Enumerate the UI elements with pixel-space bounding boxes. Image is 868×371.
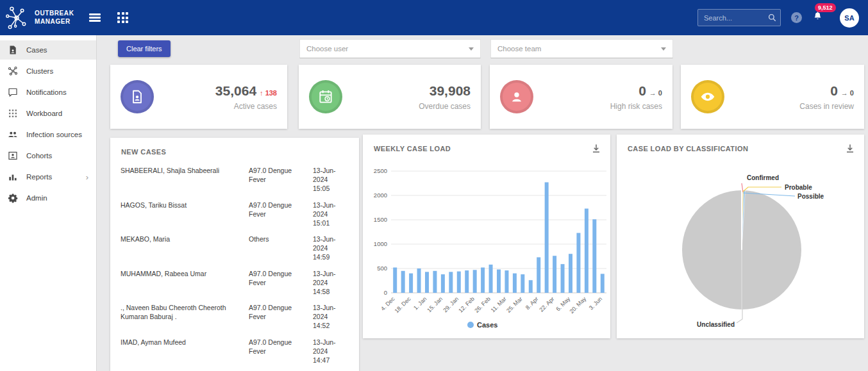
bar-27. May[interactable] (592, 219, 596, 293)
bar-25. Dec[interactable] (417, 268, 421, 293)
new-cases-title: NEW CASES (121, 148, 166, 156)
bar-26. Feb[interactable] (489, 265, 493, 293)
bar-19. Feb[interactable] (481, 267, 485, 293)
bar-20. May[interactable] (585, 209, 588, 293)
workboard-icon (8, 108, 18, 119)
brand[interactable]: OUTBREAK MANAGER (0, 5, 74, 31)
pie-label-leader (737, 309, 742, 323)
help-icon[interactable]: ? (791, 12, 802, 23)
y-axis-tick-label: 1500 (374, 216, 387, 223)
x-axis-tick-label: 22. Apr (538, 295, 555, 313)
classification-panel: ConfirmedProbablePossibleUnclassified CA… (617, 135, 864, 338)
bar-29. Jan[interactable] (457, 272, 461, 293)
pie-label-unclassified[interactable]: Unclassified (697, 321, 735, 328)
sidebar-item-reports[interactable]: Reports› (0, 167, 96, 186)
bar-1. Jan[interactable] (425, 272, 429, 293)
pie-label-confirmed[interactable]: Confirmed (747, 174, 779, 181)
case-diagnosis: A97.0 Dengue Fever (249, 338, 308, 365)
outbreak-network-logo-icon (5, 5, 29, 31)
x-axis-tick-label: 20. May (569, 295, 588, 315)
pie-label-possible[interactable]: Possible (797, 193, 824, 200)
choose-team-dropdown[interactable]: Choose team (490, 39, 673, 58)
download-chart-icon[interactable] (844, 142, 856, 155)
bar-25. Mar[interactable] (521, 274, 524, 293)
new-case-row[interactable]: MEKABO, MariaOthers13-Jun-202414:59 (121, 235, 349, 262)
sidebar-item-clusters[interactable]: Clusters (0, 62, 96, 81)
classification-pie-chart: ConfirmedProbablePossibleUnclassified (617, 135, 864, 338)
sidebar-item-label: Admin (26, 194, 47, 202)
choose-user-dropdown[interactable]: Choose user (299, 39, 481, 58)
bar-11. Dec[interactable] (401, 271, 405, 293)
bell-icon (812, 11, 823, 22)
bar-4. Mar[interactable] (497, 270, 501, 293)
sidebar-item-label: Cohorts (26, 152, 52, 160)
bar-8. Apr[interactable] (537, 258, 540, 293)
sidebar-item-cases[interactable]: Cases (0, 40, 96, 60)
sidebar-item-label: Workboard (26, 110, 62, 117)
bar-22. Jan[interactable] (449, 272, 453, 293)
notification-count-badge: 9,512 (815, 3, 836, 12)
x-axis-tick-label: 25. Mar (505, 295, 524, 314)
menu-toggle-icon[interactable] (89, 12, 101, 24)
stat-card-high-risk-cases[interactable]: 0→ 0High risk cases (490, 65, 672, 129)
x-axis-tick-label: 3. Jun (588, 295, 603, 311)
legend-cases[interactable]: Cases (467, 321, 497, 329)
apps-grid-icon[interactable] (117, 12, 128, 23)
search-icon (767, 13, 777, 22)
new-case-row[interactable]: IMAD, Ayman MufeedA97.0 Dengue Fever13-J… (121, 338, 349, 365)
x-axis-tick-label: 26. Feb (473, 295, 492, 314)
bar-13. May[interactable] (576, 233, 580, 293)
bar-6. May[interactable] (569, 254, 572, 293)
new-case-row[interactable]: ., Naveen Babu Cheeroth Cheeroth Kumaran… (121, 303, 349, 331)
sidebar-item-label: Clusters (26, 67, 53, 75)
reports-icon (8, 172, 18, 182)
download-chart-icon[interactable] (590, 142, 603, 155)
bar-22. Apr[interactable] (553, 256, 556, 293)
bar-4. Dec[interactable] (393, 267, 397, 293)
clear-filters-button[interactable]: Clear filters (118, 40, 171, 57)
stat-card-active-cases[interactable]: 35,064↑ 138Active cases (110, 65, 287, 129)
bar-3. Jun[interactable] (601, 274, 605, 293)
new-case-row[interactable]: MUHAMMAD, Rabeea UmarA97.0 Dengue Fever1… (121, 269, 349, 297)
new-case-row[interactable]: SHABEERALI, Shajla ShabeeraliA97.0 Dengu… (121, 166, 349, 194)
bar-11. Mar[interactable] (505, 270, 508, 293)
legend-dot-icon (467, 322, 474, 328)
case-diagnosis: A97.0 Dengue Fever (249, 201, 308, 228)
sidebar-item-workboard[interactable]: Workboard (0, 104, 96, 123)
weekly-case-load-panel: 050010001500200025004. Dec18. Dec1. Jan1… (363, 135, 610, 338)
bar-15. Apr[interactable] (545, 182, 549, 293)
sidebar-item-infection-sources[interactable]: Infection sources (0, 125, 96, 144)
case-patient-name: MUHAMMAD, Rabeea Umar (121, 269, 244, 297)
pie-label-probable[interactable]: Probable (785, 184, 812, 191)
bar-18. Mar[interactable] (513, 274, 517, 293)
infection-sources-icon (8, 129, 18, 140)
y-axis-tick-label: 2500 (374, 167, 387, 174)
cases-icon (8, 45, 18, 55)
stat-label: Active cases (215, 102, 277, 111)
bar-8. Jan[interactable] (433, 271, 437, 293)
calendar-clock-icon (309, 80, 342, 113)
stat-card-overdue-cases[interactable]: 39,908Overdue cases (299, 65, 481, 129)
sidebar-item-notifications[interactable]: Notifications (0, 83, 96, 102)
app-title: OUTBREAK MANAGER (35, 10, 74, 26)
stat-text: 35,064↑ 138Active cases (215, 83, 277, 111)
bar-15. Jan[interactable] (441, 274, 445, 293)
bar-18. Dec[interactable] (409, 274, 413, 293)
case-diagnosis: A97.0 Dengue Fever (249, 303, 308, 331)
chevron-down-icon (661, 47, 666, 51)
stat-card-cases-in-review[interactable]: 0→ 0Cases in review (681, 65, 864, 129)
bar-29. Apr[interactable] (561, 264, 565, 293)
y-axis-tick-label: 2000 (374, 192, 387, 199)
new-case-row[interactable]: HAGOS, Tariku BissatA97.0 Dengue Fever13… (121, 201, 349, 228)
stat-value: 0 (638, 83, 646, 99)
stat-label: Overdue cases (419, 102, 471, 111)
legend-label: Cases (477, 321, 497, 329)
notifications-bell[interactable]: 9,512 (812, 11, 823, 24)
classification-title: CASE LOAD BY CLASSIFICATION (628, 145, 748, 153)
user-avatar[interactable]: SA (840, 8, 859, 28)
bar-1. Apr[interactable] (529, 280, 533, 293)
sidebar-item-cohorts[interactable]: Cohorts (0, 146, 96, 165)
bar-12. Feb[interactable] (473, 270, 477, 293)
sidebar-item-admin[interactable]: Admin (0, 188, 96, 208)
bar-5. Feb[interactable] (465, 270, 469, 293)
